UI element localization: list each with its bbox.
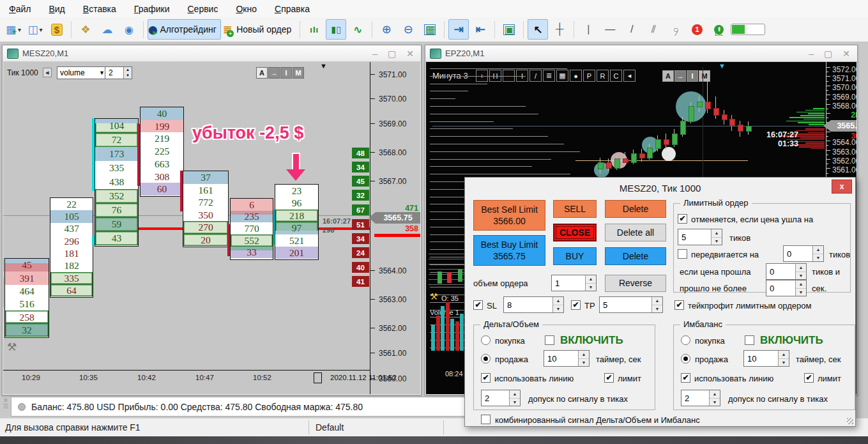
imbalance-timer-spinner[interactable]: 10▲▼ [743, 350, 789, 367]
menu-item-файл[interactable]: Файл [0, 1, 40, 17]
magnifier-button[interactable]: ○∕ [665, 19, 685, 40]
mode-button-M[interactable]: M [293, 67, 304, 79]
chart-tool-button-6[interactable]: ▦ [556, 70, 568, 82]
mode-button-→[interactable]: → [268, 67, 280, 79]
spinner-arrows[interactable]: ▲▼ [585, 275, 596, 291]
spinner-arrows[interactable]: ▲▼ [709, 390, 720, 406]
trend-line-button[interactable]: / [621, 19, 642, 40]
data-window-button[interactable]: ❖ [75, 19, 96, 40]
spinner-arrows[interactable]: ▲▼ [795, 264, 806, 279]
mode-button-M[interactable]: M [699, 70, 710, 82]
new-order-button[interactable]: ≣+Новый ордер [222, 19, 296, 40]
market-watch-button[interactable]: $ [47, 19, 67, 40]
equidistant-channel-button[interactable]: ⫽ [643, 19, 664, 40]
zoom-out-button[interactable]: ⊖ [398, 19, 418, 40]
delta-volume-tolerance-spinner[interactable]: 2▲▼ [481, 390, 521, 406]
close-position-button[interactable]: CLOSE [553, 224, 597, 241]
candles-chart-button[interactable]: ▮▯ [326, 19, 346, 40]
menu-item-окно[interactable]: Окно [227, 1, 266, 17]
delete-sell-button[interactable]: Delete [605, 200, 666, 218]
mode-button-→[interactable]: → [674, 70, 686, 82]
algo-trading-button[interactable]: ⬤▶Алготрейдинг [148, 19, 221, 40]
chart-tool-button-10[interactable]: C [610, 70, 622, 82]
line-chart-button[interactable]: ∿ [347, 19, 368, 40]
menu-item-вид[interactable]: Вид [40, 1, 73, 17]
sl-checkbox[interactable]: ✔ [473, 300, 483, 310]
maximize-icon[interactable]: ▢ [388, 49, 396, 59]
spinner-arrows[interactable]: ▲▼ [795, 280, 806, 296]
move-ticks-spinner[interactable]: 0▲▼ [783, 245, 824, 262]
delete-buy-button[interactable]: Delete [605, 247, 666, 265]
menu-item-вставка[interactable]: Вставка [74, 1, 125, 17]
elapsed-spinner[interactable]: 0▲▼ [766, 280, 807, 296]
chart-profiles-button[interactable]: ◫▾ [25, 19, 45, 40]
chart-tool-button-4[interactable]: / [529, 70, 542, 82]
mode-button-I[interactable]: I [280, 67, 292, 79]
templates-button[interactable]: ▣ [499, 19, 519, 40]
chart-tool-button-5[interactable]: ≣ [543, 70, 555, 82]
imbalance-enable-checkbox[interactable] [745, 335, 754, 345]
minimize-icon[interactable]: – [809, 49, 814, 59]
auto-scroll-button[interactable]: ⇥ [448, 19, 469, 40]
delta-volume-limit-checkbox[interactable]: ✔ [604, 373, 614, 383]
crosshair-button[interactable]: ┼ [549, 19, 570, 40]
imbalance-limit-checkbox[interactable]: ✔ [804, 373, 814, 383]
delta-volume-enable-checkbox[interactable] [545, 335, 554, 345]
tp-checkbox[interactable]: ✔ [571, 300, 581, 310]
notifications-button[interactable]: ◖1 [687, 19, 707, 40]
delta-volume-use-line-checkbox[interactable]: ✔ [481, 373, 491, 383]
footprint-chart[interactable]: Тик 1000◂volume▼2▲ ▼A→IM▼453914645162583… [3, 62, 420, 394]
imbalance-sell-radio[interactable] [681, 354, 690, 364]
spinner-arrows[interactable]: ▲ ▼ [123, 67, 132, 79]
bars-chart-button[interactable]: ıIı [304, 19, 324, 40]
buy-button[interactable]: BUY [553, 247, 597, 265]
reverse-button[interactable]: Reverse [605, 275, 666, 292]
window-titlebar[interactable]: MESZ20,M1 – ▢ ✕ [3, 45, 421, 62]
chart-tool-button-7[interactable]: ● [570, 70, 582, 82]
imbalance-tolerance-spinner[interactable]: 2▲▼ [681, 390, 720, 406]
menu-item-сервис[interactable]: Сервис [178, 1, 227, 17]
close-button[interactable]: x [832, 180, 852, 194]
level-spinner[interactable]: 2▲ ▼ [105, 66, 132, 79]
cancel-if-checkbox[interactable]: ✔ [678, 214, 687, 224]
tp-spinner[interactable]: 5▲▼ [599, 296, 663, 313]
spinner-arrows[interactable]: ▲▼ [578, 351, 589, 366]
spinner-arrows[interactable]: ▲▼ [711, 229, 722, 245]
chart-tool-button-8[interactable]: P [583, 70, 595, 82]
resize-grip[interactable] [847, 418, 853, 424]
maximize-icon[interactable]: ▢ [824, 49, 832, 59]
collapse-panel-button[interactable]: ◂ [43, 68, 52, 77]
menu-item-графики[interactable]: Графики [125, 1, 179, 17]
imbalance-use-line-checkbox[interactable]: ✔ [681, 373, 690, 383]
spinner-arrows[interactable]: ▲▼ [509, 390, 520, 406]
best-buy-limit-button[interactable]: Best Buy Limit3565.75 [473, 235, 545, 266]
spinner-arrows[interactable]: ▲▼ [552, 297, 563, 312]
sell-button[interactable]: SELL [553, 200, 597, 218]
panel-chrome[interactable]: ✕☰ [1, 397, 10, 417]
navigator-button[interactable]: ☁ [97, 19, 118, 40]
lvl-indicator-button[interactable]: ⬆LVL [708, 19, 729, 40]
zoom-in-button[interactable]: ⊕ [376, 19, 397, 40]
profile-name[interactable]: Default [316, 422, 344, 433]
spinner-arrows[interactable]: ▲▼ [651, 297, 662, 312]
cursor-button[interactable]: ↖ [528, 19, 548, 40]
window-titlebar[interactable]: EPZ20,M1 – ▢ ✕ [425, 45, 857, 62]
tile-windows-button[interactable]: ▦ [420, 19, 440, 40]
new-chart-button[interactable]: ▦+▾ [3, 19, 24, 40]
spinner-arrows[interactable]: ▲▼ [778, 351, 789, 366]
mode-button-A[interactable]: A [662, 70, 674, 82]
move-checkbox[interactable] [678, 249, 687, 259]
sl-spinner[interactable]: 8▲▼ [503, 296, 564, 313]
imbalance-buy-radio[interactable] [681, 335, 690, 345]
mode-button-A[interactable]: A [256, 67, 268, 79]
order-volume-spinner[interactable]: 1▲▼ [551, 275, 597, 291]
close-icon[interactable]: ✕ [406, 49, 414, 59]
delete-all-button[interactable]: Delete all [605, 224, 666, 241]
best-sell-limit-button[interactable]: Best Sell Limit3566.00 [473, 200, 545, 231]
connection-bar-button[interactable] [730, 19, 766, 40]
delta-volume-buy-radio[interactable] [481, 335, 491, 345]
spinner-arrows[interactable]: ▲▼ [812, 246, 823, 261]
chart-shift-button[interactable]: ⇤ [470, 19, 491, 40]
chart-tool-button-9[interactable]: R [597, 70, 609, 82]
delta-volume-sell-radio[interactable] [481, 354, 491, 364]
